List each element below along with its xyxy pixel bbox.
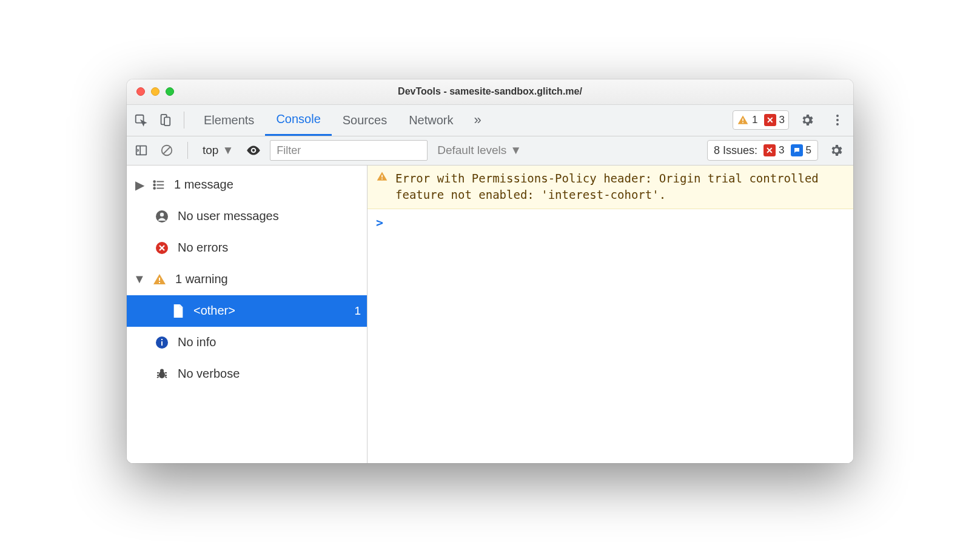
- svg-line-11: [164, 147, 170, 154]
- svg-rect-2: [164, 117, 170, 125]
- svg-point-28: [160, 369, 164, 372]
- tab-network[interactable]: Network: [398, 105, 464, 136]
- svg-rect-4: [742, 122, 743, 123]
- sidebar-verbose[interactable]: No verbose: [127, 358, 367, 390]
- prompt-chevron-icon: >: [376, 215, 383, 230]
- sidebar-warnings-label: 1 warning: [175, 272, 228, 286]
- file-icon: [172, 303, 185, 319]
- console-prompt[interactable]: >: [368, 209, 853, 236]
- toggle-sidebar-icon[interactable]: [132, 141, 151, 160]
- device-toggle-icon[interactable]: [155, 110, 175, 130]
- dropdown-icon: ▼: [510, 144, 522, 157]
- user-icon: [155, 209, 169, 224]
- collapse-icon: ▼: [135, 272, 144, 286]
- separator: [187, 142, 188, 159]
- error-icon: ✕: [764, 144, 776, 156]
- svg-rect-25: [161, 341, 163, 346]
- console-sidebar: ▶ 1 message No user messages No errors ▼…: [127, 166, 368, 463]
- window-title: DevTools - samesite-sandbox.glitch.me/: [127, 86, 853, 97]
- message-icon: [791, 144, 803, 156]
- svg-point-18: [153, 187, 155, 189]
- svg-rect-23: [159, 282, 160, 283]
- console-output: Error with Permissions-Policy header: Or…: [368, 166, 853, 463]
- svg-point-5: [836, 115, 839, 117]
- svg-point-16: [153, 181, 155, 182]
- svg-rect-29: [381, 175, 383, 177]
- dropdown-icon: ▼: [222, 144, 233, 157]
- filter-input[interactable]: [270, 140, 428, 161]
- warning-icon: [737, 114, 749, 126]
- tab-sources[interactable]: Sources: [332, 105, 398, 136]
- expand-icon: ▶: [135, 178, 144, 192]
- issues-error-count: 3: [779, 144, 784, 156]
- warning-count: 1: [752, 114, 757, 126]
- error-icon: [155, 241, 169, 255]
- svg-point-20: [160, 212, 164, 216]
- close-window-button[interactable]: [136, 87, 145, 96]
- issues-summary[interactable]: 8 Issues: ✕3 5: [707, 140, 818, 161]
- log-levels-selector[interactable]: Default levels ▼: [434, 144, 525, 157]
- levels-label: Default levels: [437, 144, 506, 157]
- svg-point-12: [252, 149, 255, 152]
- error-warning-summary[interactable]: 1 ✕ 3: [733, 110, 789, 130]
- main-toolbar: Elements Console Sources Network » 1 ✕ 3: [127, 105, 853, 136]
- svg-point-17: [153, 184, 155, 186]
- svg-rect-3: [742, 119, 743, 121]
- sidebar-other-count: 1: [354, 304, 361, 318]
- panel-tabs: Elements Console Sources Network: [193, 105, 465, 136]
- sidebar-messages[interactable]: ▶ 1 message: [127, 169, 367, 201]
- console-settings-icon[interactable]: [824, 143, 848, 158]
- sidebar-other-label: <other>: [193, 304, 235, 318]
- separator: [184, 112, 184, 129]
- sidebar-info[interactable]: No info: [127, 327, 367, 358]
- error-icon: ✕: [764, 114, 776, 126]
- svg-rect-30: [381, 178, 383, 179]
- console-content: ▶ 1 message No user messages No errors ▼…: [127, 166, 853, 463]
- svg-point-7: [836, 123, 839, 125]
- execution-context-selector[interactable]: top ▼: [199, 144, 237, 157]
- tab-elements[interactable]: Elements: [193, 105, 265, 136]
- svg-rect-22: [159, 278, 160, 281]
- clear-console-icon[interactable]: [157, 141, 176, 160]
- sidebar-user-messages[interactable]: No user messages: [127, 201, 367, 232]
- minimize-window-button[interactable]: [151, 87, 159, 96]
- console-warning-row[interactable]: Error with Permissions-Policy header: Or…: [368, 166, 853, 209]
- devtools-window: DevTools - samesite-sandbox.glitch.me/ E…: [127, 79, 853, 463]
- sidebar-other[interactable]: <other> 1: [127, 295, 367, 327]
- sidebar-info-label: No info: [178, 335, 216, 349]
- settings-icon[interactable]: [795, 113, 819, 127]
- warning-icon: [376, 170, 388, 182]
- warning-message-text: Error with Permissions-Policy header: Or…: [395, 170, 845, 204]
- issues-label: 8 Issues:: [714, 144, 757, 157]
- warning-icon: [152, 272, 167, 287]
- sidebar-errors-label: No errors: [178, 241, 228, 255]
- more-options-icon[interactable]: [825, 113, 850, 127]
- info-icon: [155, 335, 169, 350]
- console-toolbar: top ▼ Default levels ▼ 8 Issues: ✕3 5: [127, 136, 853, 166]
- live-expression-icon[interactable]: [243, 140, 264, 161]
- maximize-window-button[interactable]: [166, 87, 174, 96]
- error-count: 3: [779, 114, 785, 126]
- tabs-overflow-icon[interactable]: »: [468, 112, 488, 128]
- svg-point-6: [836, 119, 839, 121]
- issues-message-count: 5: [806, 144, 811, 156]
- context-label: top: [203, 144, 218, 157]
- title-bar: DevTools - samesite-sandbox.glitch.me/: [127, 79, 853, 105]
- sidebar-user-label: No user messages: [178, 209, 279, 223]
- svg-rect-26: [161, 339, 163, 340]
- bug-icon: [155, 367, 169, 381]
- tab-console[interactable]: Console: [265, 105, 331, 136]
- sidebar-verbose-label: No verbose: [178, 367, 240, 381]
- traffic-lights: [136, 87, 174, 96]
- list-icon: [152, 178, 166, 192]
- sidebar-errors[interactable]: No errors: [127, 232, 367, 264]
- sidebar-warnings[interactable]: ▼ 1 warning: [127, 264, 367, 295]
- inspect-element-icon[interactable]: [130, 110, 151, 130]
- sidebar-messages-label: 1 message: [174, 178, 233, 192]
